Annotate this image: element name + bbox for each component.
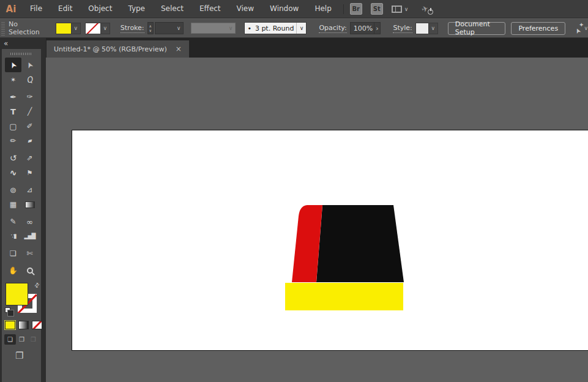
workspace-switcher-icon[interactable] (392, 6, 402, 13)
artboard-tool-icon: ❏ (10, 250, 17, 257)
rectangle-tool-icon: ▢ (9, 122, 17, 130)
opacity-arrow-button[interactable]: › (374, 22, 381, 34)
swap-fill-stroke-icon[interactable]: ⇄ (32, 281, 41, 290)
graphic-style-swatch[interactable] (416, 23, 428, 34)
graphic-style-dropdown[interactable]: ∨ (428, 23, 437, 34)
color-mode-color-button[interactable] (5, 321, 15, 329)
panel-grip[interactable] (10, 53, 32, 55)
mesh-tool[interactable]: ▦ (5, 197, 21, 212)
power-icon (428, 9, 433, 15)
brush-definition-combo[interactable]: • 3 pt. Round ∨ (244, 22, 307, 34)
opacity-label[interactable]: Opacity: (319, 24, 346, 33)
menu-item-select[interactable]: Select (153, 0, 192, 18)
selection-tool[interactable]: ➤ (5, 58, 21, 72)
perspective-grid-tool[interactable]: ⊿ (21, 182, 38, 197)
menu-item-window[interactable]: Window (262, 0, 307, 18)
menubar-divider (343, 4, 344, 14)
canvas-stage[interactable] (46, 58, 588, 382)
opacity-field[interactable]: 100% (350, 22, 374, 34)
fill-color-control[interactable]: ∨ (56, 23, 81, 34)
gradient-tool-icon (25, 201, 35, 208)
draw-normal-button[interactable]: ❏ (4, 334, 16, 345)
draw-behind-button[interactable]: ❐ (16, 334, 28, 345)
slice-tool[interactable]: ✄ (21, 246, 38, 261)
column-graph-tool[interactable]: ▂▅█ (21, 229, 38, 244)
fill-color-swatch[interactable] (56, 23, 71, 34)
spin-up-icon[interactable]: ∧ (149, 24, 152, 28)
shape-builder-tool[interactable]: ⊚ (5, 182, 21, 197)
color-mode-gradient-button[interactable] (18, 321, 29, 329)
chevron-down-icon[interactable]: ∨ (584, 25, 588, 31)
stock-button[interactable]: St (371, 3, 383, 15)
brush-definition-dropdown[interactable]: ∨ (296, 23, 306, 34)
width-profile-dropdown[interactable]: ∨ (191, 23, 236, 34)
stroke-label[interactable]: Stroke: (121, 24, 144, 33)
black-shape[interactable] (316, 205, 404, 282)
shaper-tool[interactable]: ✏ (5, 133, 21, 148)
menu-item-help[interactable]: Help (307, 0, 339, 18)
direct-selection-tool[interactable]: ➤ (21, 58, 38, 72)
menu-item-edit[interactable]: Edit (50, 0, 80, 18)
draw-inside-button[interactable]: ❒ (28, 334, 39, 345)
scale-tool[interactable]: ⇗ (21, 151, 38, 165)
pen-tool[interactable]: ✒ (5, 89, 21, 104)
magic-wand-tool[interactable]: ✶ (5, 72, 21, 87)
menu-item-view[interactable]: View (229, 0, 262, 18)
document-tab[interactable]: Untitled-1* @ 50% (RGB/Preview) × (47, 40, 189, 58)
control-bar: No Selection ∨ ∨ Stroke: ∧ ∨ ∨ ∨ • 3 pt.… (0, 18, 588, 38)
line-segment-tool[interactable]: ╱ (21, 104, 38, 119)
eraser-tool[interactable]: ▰ (21, 133, 38, 148)
gpu-performance-icon[interactable]: ✈ (422, 4, 428, 13)
document-tab-bar: Untitled-1* @ 50% (RGB/Preview) × (46, 38, 588, 58)
yellow-shape[interactable] (285, 283, 403, 310)
color-mode-none-button[interactable] (32, 321, 42, 329)
curvature-tool[interactable]: ✑ (21, 89, 38, 104)
menu-item-effect[interactable]: Effect (192, 0, 229, 18)
stroke-color-dropdown[interactable]: ∨ (100, 23, 110, 34)
fill-indicator[interactable] (6, 283, 28, 305)
puppet-warp-tool[interactable]: ⚑ (21, 165, 38, 180)
rotate-tool-icon: ↺ (10, 154, 17, 162)
tools-grid: ➤➤✶Q✒✑T╱▢✐✏▰↺⇗∿⚑⊚⊿▦✎∞∵▮▂▅█❏✄✋ (5, 58, 39, 278)
hand-tool[interactable]: ✋ (5, 263, 21, 278)
gradient-tool[interactable] (21, 197, 38, 212)
blend-tool-icon: ∞ (26, 218, 33, 226)
menu-item-object[interactable]: Object (80, 0, 120, 18)
menu-item-type[interactable]: Type (120, 0, 153, 18)
select-similar-icon[interactable]: ✦ ➤ (575, 23, 584, 34)
rectangle-tool[interactable]: ▢ (5, 119, 21, 133)
menu-item-file[interactable]: File (22, 0, 50, 18)
zoom-tool[interactable] (21, 263, 38, 278)
stroke-color-control[interactable]: ∨ (85, 23, 110, 34)
stroke-weight-combo[interactable]: ∨ (155, 22, 184, 34)
stroke-weight-stepper[interactable]: ∧ ∨ (147, 22, 154, 34)
stroke-color-swatch[interactable] (86, 23, 100, 34)
rotate-tool[interactable]: ↺ (5, 151, 21, 165)
bridge-button[interactable]: Br (350, 3, 362, 15)
magic-wand-tool-icon: ✶ (10, 76, 17, 83)
close-tab-icon[interactable]: × (176, 45, 182, 53)
screen-mode-button[interactable]: ❐ (15, 350, 23, 361)
type-tool[interactable]: T (5, 104, 21, 119)
control-bar-grip[interactable] (1, 21, 5, 36)
default-fill-stroke-icon[interactable] (5, 307, 10, 313)
artboard-tool[interactable]: ❏ (5, 246, 21, 261)
lasso-tool[interactable]: Q (21, 72, 38, 87)
blend-tool[interactable]: ∞ (21, 214, 38, 229)
symbol-sprayer-tool[interactable]: ∵▮ (5, 229, 21, 244)
hand-tool-icon: ✋ (9, 267, 18, 274)
spin-down-icon[interactable]: ∨ (149, 28, 152, 32)
fill-color-dropdown[interactable]: ∨ (71, 23, 80, 34)
chevron-down-icon: ∨ (229, 25, 233, 31)
chevron-down-icon[interactable]: ∨ (404, 6, 409, 12)
brush-preview-dot: • (247, 24, 251, 32)
symbol-sprayer-tool-icon: ∵▮ (11, 233, 16, 239)
document-setup-button[interactable]: Document Setup (448, 22, 506, 35)
collapse-panel-icon[interactable]: « (4, 39, 7, 48)
preferences-button[interactable]: Preferences (511, 22, 565, 35)
graphic-style-control[interactable]: ∨ (415, 23, 438, 34)
color-mode-buttons (5, 321, 42, 329)
width-tool[interactable]: ∿ (5, 165, 21, 180)
paintbrush-tool[interactable]: ✐ (21, 119, 38, 133)
eyedropper-tool[interactable]: ✎ (5, 214, 21, 229)
